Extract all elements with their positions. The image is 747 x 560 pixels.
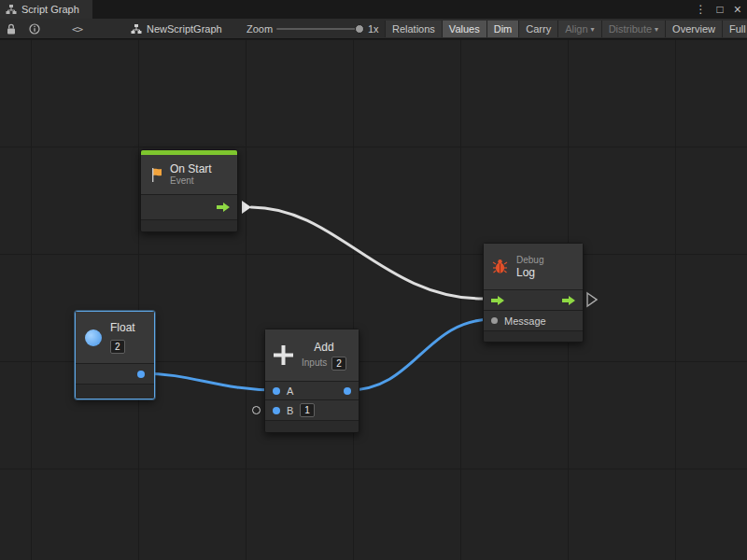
node-debug-log[interactable]: Debug Log Message: [483, 243, 584, 343]
port-b-input[interactable]: [273, 407, 280, 414]
flow-input-port[interactable]: [491, 296, 504, 305]
plus-icon: [274, 345, 293, 365]
node-title: Float: [110, 321, 135, 334]
tab-bar: Script Graph ⋮ □ ×: [0, 0, 747, 19]
graph-toolbar: <> NewScriptGraph Zoom 1x Relations Valu…: [0, 19, 747, 39]
menu-icon[interactable]: ⋮: [696, 0, 707, 19]
lock-icon[interactable]: [7, 19, 16, 39]
node-title: On Start: [170, 162, 212, 175]
unconnected-flow-arrowhead[interactable]: [587, 293, 597, 306]
overview-button[interactable]: Overview: [665, 21, 722, 37]
node-footer: [76, 385, 154, 399]
chevron-down-icon: ▾: [591, 21, 595, 37]
float-value-field[interactable]: 2: [110, 340, 125, 354]
float-icon: [85, 329, 102, 346]
toolbar-buttons: Relations Values Dim Carry Align ▾ Distr…: [385, 19, 747, 39]
script-graph-window: Script Graph ⋮ □ × <>: [0, 0, 747, 560]
flow-output-arrowhead[interactable]: [242, 201, 251, 214]
close-icon[interactable]: ×: [734, 0, 741, 19]
graph-name-breadcrumb[interactable]: NewScriptGraph: [131, 19, 222, 39]
graph-canvas[interactable]: On Start Event: [0, 39, 747, 560]
flow-output-port[interactable]: [562, 296, 575, 305]
node-add[interactable]: Add Inputs 2 A B 1: [264, 329, 359, 433]
values-button[interactable]: Values: [442, 21, 486, 37]
float-output-port[interactable]: [137, 371, 145, 378]
chevron-down-icon: ▾: [655, 21, 658, 37]
code-icon[interactable]: <>: [72, 19, 82, 39]
distribute-dropdown[interactable]: Distribute ▾: [601, 21, 665, 37]
relations-button[interactable]: Relations: [385, 21, 442, 37]
window-controls: ⋮ □ ×: [696, 0, 741, 19]
port-label-message: Message: [504, 315, 546, 327]
port-label-b: B: [287, 405, 293, 416]
node-footer: [141, 220, 237, 231]
info-icon[interactable]: [29, 19, 40, 39]
graph-name-label: NewScriptGraph: [147, 23, 222, 35]
node-title: Log: [516, 266, 543, 279]
node-subtitle: Event: [170, 175, 212, 187]
zoom-slider-track[interactable]: [276, 28, 362, 30]
inputs-count-field[interactable]: 2: [331, 357, 346, 371]
port-b-value-field[interactable]: 1: [300, 403, 315, 417]
node-footer: [265, 421, 359, 432]
zoom-slider[interactable]: [276, 19, 362, 39]
carry-button[interactable]: Carry: [518, 21, 557, 37]
message-input-port[interactable]: [491, 317, 498, 324]
node-on-start[interactable]: On Start Event: [140, 149, 238, 232]
node-title: Add: [314, 341, 333, 354]
fullscreen-button[interactable]: Full S: [722, 21, 747, 37]
wire-float-to-add[interactable]: [142, 373, 276, 390]
tab-title: Script Graph: [21, 4, 79, 15]
port-label-a: A: [287, 385, 293, 397]
graph-icon: [6, 5, 17, 14]
graph-icon: [131, 24, 142, 34]
dim-button[interactable]: Dim: [486, 21, 519, 37]
zoom-value: 1x: [368, 19, 379, 39]
align-dropdown[interactable]: Align ▾: [557, 21, 600, 37]
node-class: Debug: [516, 255, 543, 266]
zoom-label: Zoom: [247, 19, 273, 39]
wire-layer: [0, 39, 747, 560]
flow-output-port[interactable]: [217, 203, 230, 212]
add-output-port[interactable]: [344, 387, 351, 395]
port-a-input[interactable]: [273, 387, 280, 395]
tab-script-graph[interactable]: Script Graph: [0, 0, 92, 19]
wire-onstart-to-debuglog[interactable]: [251, 207, 483, 299]
unconnected-port[interactable]: [252, 406, 261, 414]
zoom-slider-knob[interactable]: [355, 24, 364, 34]
wire-add-to-debuglog[interactable]: [348, 319, 493, 390]
node-float[interactable]: Float 2: [75, 311, 155, 399]
bug-icon: [492, 259, 508, 274]
maximize-icon[interactable]: □: [717, 0, 724, 19]
node-footer: [484, 331, 583, 342]
flag-icon: [149, 167, 162, 183]
inputs-label: Inputs: [302, 357, 327, 369]
